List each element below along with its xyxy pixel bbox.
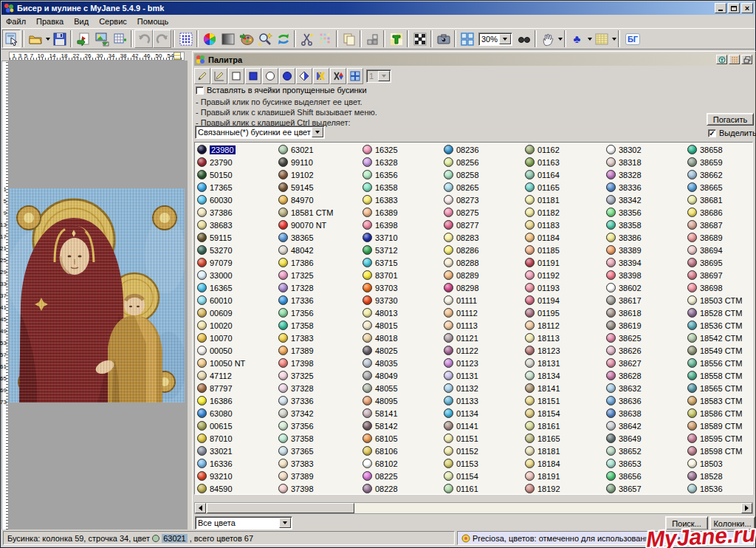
dim-button[interactable]: Погасить xyxy=(707,113,754,126)
contrast-pattern-button[interactable] xyxy=(410,30,429,48)
thickness-spin[interactable]: 1 xyxy=(366,69,391,83)
bead-item[interactable]: 08228 xyxy=(362,482,442,495)
window-split-button[interactable] xyxy=(347,68,363,84)
bead-item[interactable]: 01154 xyxy=(443,470,523,482)
bead-item[interactable]: 01132 xyxy=(443,382,523,394)
bead-item[interactable]: 01165 xyxy=(524,181,605,193)
bead-item[interactable]: 50150 xyxy=(196,168,277,181)
bead-item[interactable]: 68102 xyxy=(362,457,442,470)
bead-item[interactable]: 38665 xyxy=(687,181,753,193)
bead-item[interactable]: 37389 xyxy=(278,470,358,482)
draw-bead-button[interactable] xyxy=(194,68,210,84)
filter-dropdown-button[interactable] xyxy=(279,518,291,528)
bead-item[interactable]: 38653 xyxy=(605,457,686,470)
bead-item[interactable]: 37342 xyxy=(278,407,358,419)
bead-item[interactable]: 17365 xyxy=(196,181,277,193)
symbol-x-button[interactable] xyxy=(313,68,329,84)
bead-item[interactable]: 58142 xyxy=(362,419,442,432)
bead-item[interactable]: 01183 xyxy=(524,219,605,231)
bead-item[interactable]: 48055 xyxy=(362,382,442,394)
bead-item[interactable]: 16365 xyxy=(196,281,277,294)
thickness-dropdown-button[interactable] xyxy=(378,71,390,81)
background-button[interactable]: БГ xyxy=(622,30,644,48)
bead-item[interactable]: 17325 xyxy=(278,269,358,281)
bead-item[interactable]: 16356 xyxy=(362,168,442,181)
bead-item[interactable]: 38642 xyxy=(605,419,686,432)
bead-item[interactable]: 18141 xyxy=(524,382,605,394)
bead-item[interactable]: 90070 NT xyxy=(278,219,358,231)
insert-missing-checkbox[interactable] xyxy=(196,86,204,95)
bead-item[interactable]: 18181 xyxy=(524,445,605,457)
bead-item[interactable]: 00609 xyxy=(196,306,277,319)
bead-item[interactable]: 18589 CTM xyxy=(687,419,753,432)
circle-filled-button[interactable] xyxy=(279,68,295,84)
bead-item[interactable]: 38394 xyxy=(605,256,686,269)
bead-item[interactable]: 10050 NT xyxy=(196,357,277,369)
bead-item[interactable]: 37386 xyxy=(196,206,277,219)
square-filled-button[interactable] xyxy=(245,68,261,84)
export-image-button[interactable] xyxy=(92,30,111,48)
horizontal-scrollbar[interactable] xyxy=(194,502,753,514)
bead-item[interactable]: 16386 xyxy=(196,394,277,407)
bead-item[interactable]: 38602 xyxy=(605,281,686,294)
bead-item[interactable]: 01184 xyxy=(524,231,605,244)
bead-item[interactable]: 01153 xyxy=(443,457,523,470)
bead-item[interactable]: 87010 xyxy=(196,432,277,445)
bead-item[interactable]: 38625 xyxy=(605,332,686,344)
redo-button[interactable] xyxy=(153,30,171,48)
bead-item[interactable]: 18595 CTM xyxy=(687,432,753,445)
bead-item[interactable]: 38627 xyxy=(605,357,686,369)
palette-grid-button[interactable] xyxy=(729,55,740,64)
palette-pin-button[interactable] xyxy=(716,55,727,64)
bead-item[interactable]: 01141 xyxy=(443,419,523,432)
bead-item[interactable]: 18131 xyxy=(524,357,605,369)
bead-item[interactable]: 17389 xyxy=(278,344,358,357)
zoom-dropdown-button[interactable] xyxy=(499,34,511,44)
menu-item[interactable]: Сервис xyxy=(94,16,133,27)
bead-item[interactable]: 01111 xyxy=(443,294,523,306)
bead-item[interactable]: 17398 xyxy=(278,357,358,369)
bead-item[interactable]: 58141 xyxy=(362,407,442,419)
bead-item[interactable]: 17386 xyxy=(278,256,358,269)
close-button[interactable]: × xyxy=(741,3,753,13)
palette-convert-button[interactable] xyxy=(237,30,255,48)
bead-item[interactable]: 93730 xyxy=(362,294,442,306)
bead-item[interactable]: 38336 xyxy=(605,181,686,193)
bead-item[interactable]: 16336 xyxy=(196,457,277,470)
hand-dropdown-arrow[interactable] xyxy=(558,38,563,41)
bead-item[interactable]: 18549 CTM xyxy=(687,344,753,357)
bead-item[interactable]: 01192 xyxy=(524,269,605,281)
bead-item[interactable]: 01194 xyxy=(524,294,605,306)
bead-item[interactable]: 08275 xyxy=(443,206,523,219)
bead-item[interactable]: 01133 xyxy=(443,394,523,407)
new-wizard-button[interactable] xyxy=(2,30,21,48)
hand-tool-button[interactable] xyxy=(538,30,563,48)
bead-item[interactable]: 08265 xyxy=(443,181,523,193)
bead-item[interactable]: 37383 xyxy=(278,457,358,470)
bead-item[interactable]: 48025 xyxy=(362,344,442,357)
bead-item[interactable]: 38619 xyxy=(605,319,686,332)
bead-item[interactable]: 19102 xyxy=(278,168,358,181)
bead-item[interactable]: 53712 xyxy=(362,244,442,256)
bead-item[interactable]: 38636 xyxy=(605,394,686,407)
bead-item[interactable]: 08289 xyxy=(443,269,523,281)
bead-item[interactable]: 01191 xyxy=(524,256,605,269)
bead-item[interactable]: 00615 xyxy=(196,419,277,432)
bead-item[interactable]: 37365 xyxy=(278,445,358,457)
bead-item[interactable]: 38318 xyxy=(605,156,686,168)
bead-item[interactable]: 93210 xyxy=(196,470,277,482)
bead-item[interactable]: 33710 xyxy=(362,231,442,244)
scroll-left-button[interactable] xyxy=(195,503,206,513)
bead-item[interactable]: 16358 xyxy=(362,181,442,193)
bead-item[interactable]: 38659 xyxy=(687,156,753,168)
pattern-image[interactable] xyxy=(9,188,185,403)
bead-item[interactable]: 08277 xyxy=(443,219,523,231)
refresh-button[interactable] xyxy=(274,30,292,48)
bead-item[interactable]: 01152 xyxy=(443,445,523,457)
bead-item[interactable]: 17336 xyxy=(278,294,358,306)
bead-item[interactable]: 37398 xyxy=(278,482,358,495)
bead-item[interactable]: 16383 xyxy=(362,193,442,206)
palette-titlebar[interactable]: Палитра xyxy=(194,53,754,66)
select-checkbox[interactable]: ✓ xyxy=(708,129,716,137)
bead-item[interactable]: 18154 xyxy=(524,407,605,419)
